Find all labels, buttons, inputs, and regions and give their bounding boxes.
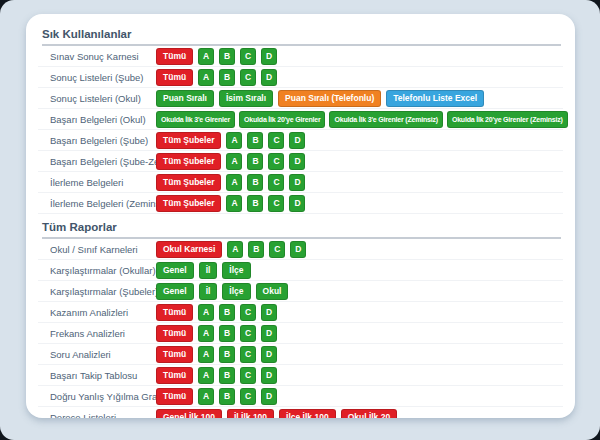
report-button-sonuc-listeleri-okul-i-sim-sirali[interactable]: İsim Sıralı: [219, 90, 273, 107]
report-button-dogru-yanlis-yigilma-grafigi-d[interactable]: D: [261, 388, 277, 405]
report-button-sonuc-listeleri-okul-telefonlu-liste-excel[interactable]: Telefonlu Liste Excel: [386, 90, 484, 107]
report-button-basari-takip-tablosu-a[interactable]: A: [198, 367, 214, 384]
report-row-label: Sonuç Listeleri (Okul): [50, 93, 156, 104]
report-button-okul-sinif-karneleri-a[interactable]: A: [227, 241, 243, 258]
report-button-basari-takip-tablosu-b[interactable]: B: [219, 367, 235, 384]
report-button-karsilastirmalar-subeler-genel[interactable]: Genel: [156, 283, 194, 300]
report-button-kazanim-analizleri-tumu[interactable]: Tümü: [156, 304, 193, 321]
report-row-label: İlerleme Belgeleri (Zeminsiz): [50, 198, 156, 209]
report-row-label: Sonuç Listeleri (Şube): [50, 72, 156, 83]
report-button-basari-belgeleri-sube-tum-subeler[interactable]: Tüm Şubeler: [156, 132, 221, 149]
report-button-sonuc-listeleri-sube-c[interactable]: C: [240, 69, 256, 86]
report-button-basari-belgeleri-sube-zeminsiz-a[interactable]: A: [226, 153, 242, 170]
report-row-sonuc-listeleri-okul: Sonuç Listeleri (Okul)Puan Sıralıİsim Sı…: [38, 88, 563, 109]
report-button-basari-takip-tablosu-c[interactable]: C: [240, 367, 256, 384]
report-button-basari-belgeleri-sube-d[interactable]: D: [289, 132, 305, 149]
report-button-kazanim-analizleri-c[interactable]: C: [240, 304, 256, 321]
report-button-frekans-analizleri-tumu[interactable]: Tümü: [156, 325, 193, 342]
report-button-dogru-yanlis-yigilma-grafigi-tumu[interactable]: Tümü: [156, 388, 193, 405]
section-title: Sık Kullanılanlar: [42, 28, 561, 46]
report-button-kazanim-analizleri-b[interactable]: B: [219, 304, 235, 321]
report-button-okul-sinif-karneleri-b[interactable]: B: [248, 241, 264, 258]
report-row-basari-belgeleri-sube-zeminsiz: Başarı Belgeleri (Şube-Zeminsiz)Tüm Şube…: [38, 151, 563, 172]
report-button-karsilastirmalar-subeler-okul[interactable]: Okul: [256, 283, 289, 300]
report-button-frekans-analizleri-d[interactable]: D: [261, 325, 277, 342]
report-button-basari-belgeleri-sube-zeminsiz-c[interactable]: C: [268, 153, 284, 170]
report-button-i-lerleme-belgeleri-c[interactable]: C: [268, 174, 284, 191]
report-button-i-lerleme-belgeleri-d[interactable]: D: [289, 174, 305, 191]
report-row-label: İlerleme Belgeleri: [50, 177, 156, 188]
report-button-sinav-sonuc-karnesi-a[interactable]: A: [198, 48, 214, 65]
report-button-basari-belgeleri-sube-b[interactable]: B: [247, 132, 263, 149]
report-row-buttons: Genel İlk 100İl İlk 100İlçe İlk 100Okul …: [156, 409, 563, 419]
report-button-kazanim-analizleri-a[interactable]: A: [198, 304, 214, 321]
report-button-basari-takip-tablosu-tumu[interactable]: Tümü: [156, 367, 193, 384]
report-button-basari-belgeleri-okul-okulda-i-lk-20-ye-girenler[interactable]: Okulda İlk 20'ye Girenler: [239, 111, 325, 128]
report-button-okul-sinif-karneleri-okul-karnesi[interactable]: Okul Karnesi: [156, 241, 222, 258]
report-row-sonuc-listeleri-sube: Sonuç Listeleri (Şube)TümüABCD: [38, 67, 563, 88]
report-button-i-lerleme-belgeleri-zeminsiz-c[interactable]: C: [268, 195, 284, 212]
report-row-buttons: Okul KarnesiABCD: [156, 241, 563, 258]
report-button-sonuc-listeleri-okul-puan-sirali[interactable]: Puan Sıralı: [156, 90, 214, 107]
report-button-derece-listeleri-i-l-i-lk-100[interactable]: İl İlk 100: [227, 409, 274, 419]
report-button-basari-belgeleri-okul-okulda-i-lk-3-e-girenler[interactable]: Okulda İlk 3'e Girenler: [156, 111, 235, 128]
report-button-sonuc-listeleri-sube-b[interactable]: B: [219, 69, 235, 86]
report-row-label: Başarı Belgeleri (Şube-Zeminsiz): [50, 156, 156, 167]
report-button-okul-sinif-karneleri-c[interactable]: C: [269, 241, 285, 258]
report-button-karsilastirmalar-subeler-i-l[interactable]: İl: [199, 283, 218, 300]
report-row-buttons: TümüABCD: [156, 325, 563, 342]
report-button-i-lerleme-belgeleri-zeminsiz-d[interactable]: D: [289, 195, 305, 212]
report-button-basari-belgeleri-sube-zeminsiz-d[interactable]: D: [289, 153, 305, 170]
section-tum-raporlar: Tüm RaporlarOkul / Sınıf KarneleriOkul K…: [38, 221, 563, 418]
report-button-frekans-analizleri-a[interactable]: A: [198, 325, 214, 342]
report-row-basari-belgeleri-sube: Başarı Belgeleri (Şube)Tüm ŞubelerABCD: [38, 130, 563, 151]
report-button-i-lerleme-belgeleri-a[interactable]: A: [226, 174, 242, 191]
report-button-basari-belgeleri-sube-zeminsiz-b[interactable]: B: [247, 153, 263, 170]
report-button-soru-analizleri-tumu[interactable]: Tümü: [156, 346, 193, 363]
report-button-derece-listeleri-okul-i-lk-20[interactable]: Okul İlk 20: [341, 409, 398, 419]
report-button-sonuc-listeleri-sube-tumu[interactable]: Tümü: [156, 69, 193, 86]
report-button-derece-listeleri-i-lce-i-lk-100[interactable]: İlçe İlk 100: [279, 409, 336, 419]
report-button-derece-listeleri-genel-i-lk-100[interactable]: Genel İlk 100: [156, 409, 222, 419]
report-row-buttons: TümüABCD: [156, 388, 563, 405]
report-button-karsilastirmalar-subeler-i-lce[interactable]: İlçe: [222, 283, 250, 300]
report-row-buttons: GenelİlİlçeOkul: [156, 283, 563, 300]
report-button-i-lerleme-belgeleri-zeminsiz-b[interactable]: B: [247, 195, 263, 212]
report-button-basari-belgeleri-sube-zeminsiz-tum-subeler[interactable]: Tüm Şubeler: [156, 153, 221, 170]
report-button-soru-analizleri-c[interactable]: C: [240, 346, 256, 363]
report-row-frekans-analizleri: Frekans AnalizleriTümüABCD: [38, 323, 563, 344]
report-row-buttons: Tüm ŞubelerABCD: [156, 195, 563, 212]
report-button-basari-belgeleri-sube-c[interactable]: C: [268, 132, 284, 149]
report-button-sinav-sonuc-karnesi-c[interactable]: C: [240, 48, 256, 65]
report-button-sonuc-listeleri-sube-a[interactable]: A: [198, 69, 214, 86]
report-button-i-lerleme-belgeleri-zeminsiz-a[interactable]: A: [226, 195, 242, 212]
report-button-dogru-yanlis-yigilma-grafigi-b[interactable]: B: [219, 388, 235, 405]
report-button-frekans-analizleri-c[interactable]: C: [240, 325, 256, 342]
report-row-dogru-yanlis-yigilma-grafigi: Doğru Yanlış Yığılma GrafiğiTümüABCD: [38, 386, 563, 407]
report-button-basari-takip-tablosu-d[interactable]: D: [261, 367, 277, 384]
report-button-frekans-analizleri-b[interactable]: B: [219, 325, 235, 342]
report-button-sinav-sonuc-karnesi-d[interactable]: D: [261, 48, 277, 65]
report-button-soru-analizleri-b[interactable]: B: [219, 346, 235, 363]
report-button-kazanim-analizleri-d[interactable]: D: [261, 304, 277, 321]
report-row-label: Frekans Analizleri: [50, 328, 156, 339]
report-button-sonuc-listeleri-sube-d[interactable]: D: [261, 69, 277, 86]
report-button-basari-belgeleri-sube-a[interactable]: A: [226, 132, 242, 149]
report-button-i-lerleme-belgeleri-tum-subeler[interactable]: Tüm Şubeler: [156, 174, 221, 191]
report-button-sinav-sonuc-karnesi-tumu[interactable]: Tümü: [156, 48, 193, 65]
report-button-soru-analizleri-a[interactable]: A: [198, 346, 214, 363]
report-button-sonuc-listeleri-okul-puan-sirali-telefonlu[interactable]: Puan Sıralı (Telefonlu): [278, 90, 381, 107]
report-button-basari-belgeleri-okul-okulda-i-lk-3-e-girenler-zeminsiz[interactable]: Okulda İlk 3'e Girenler (Zeminsiz): [329, 111, 442, 128]
report-button-dogru-yanlis-yigilma-grafigi-c[interactable]: C: [240, 388, 256, 405]
report-button-karsilastirmalar-okullar-genel[interactable]: Genel: [156, 262, 194, 279]
report-button-i-lerleme-belgeleri-b[interactable]: B: [247, 174, 263, 191]
section-rows: Okul / Sınıf KarneleriOkul KarnesiABCDKa…: [38, 239, 563, 418]
report-button-soru-analizleri-d[interactable]: D: [261, 346, 277, 363]
report-button-dogru-yanlis-yigilma-grafigi-a[interactable]: A: [198, 388, 214, 405]
report-button-basari-belgeleri-okul-okulda-i-lk-20-ye-girenler-zeminsiz[interactable]: Okulda İlk 20'ye Girenler (Zeminsiz): [447, 111, 568, 128]
report-button-okul-sinif-karneleri-d[interactable]: D: [290, 241, 306, 258]
report-button-karsilastirmalar-okullar-i-lce[interactable]: İlçe: [222, 262, 250, 279]
report-button-i-lerleme-belgeleri-zeminsiz-tum-subeler[interactable]: Tüm Şubeler: [156, 195, 221, 212]
report-button-karsilastirmalar-okullar-i-l[interactable]: İl: [199, 262, 218, 279]
report-button-sinav-sonuc-karnesi-b[interactable]: B: [219, 48, 235, 65]
